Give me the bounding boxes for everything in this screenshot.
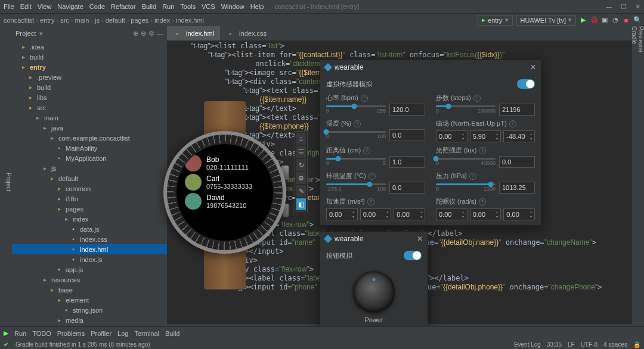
close-icon[interactable]: ✕ [635, 3, 640, 11]
tree-item[interactable]: ▪ data.js [12, 224, 167, 234]
tree-item[interactable]: ▸ libs [12, 92, 167, 102]
tree-item[interactable]: ▸ default [12, 173, 167, 183]
close-icon[interactable]: ✕ [530, 63, 536, 71]
left-gutter[interactable]: ProjectStructureOhosBuild VariantsFavori… [0, 26, 12, 336]
project-tree[interactable]: ▸ .idea ▸ build ▸ entry ▸ .preview ▸ bui… [12, 40, 167, 336]
sensor-value-input[interactable]: 0.00▴▾ [360, 208, 392, 220]
maximize-icon[interactable]: ☐ [621, 3, 627, 11]
sensor-value-input[interactable]: 1013.25 [499, 182, 535, 194]
sensor-value-input[interactable]: 21196 [499, 104, 535, 116]
tree-item[interactable]: ▸ element [12, 295, 167, 305]
watch-screen[interactable]: Bob020-11111111 Carl0755-33333333 David1… [177, 144, 273, 241]
menu-vcs[interactable]: VCS [202, 3, 215, 10]
sensor-value-input[interactable]: 120.0 [389, 104, 425, 116]
slider-track[interactable] [326, 105, 386, 107]
tree-item[interactable]: ▸ pages [12, 204, 167, 214]
help-icon[interactable]: ? [361, 95, 368, 102]
tree-item[interactable]: ▪ app.js [12, 264, 167, 275]
tab-index.css[interactable]: ▪index.css [220, 26, 273, 40]
tree-item[interactable]: ▪ string.json [12, 305, 167, 315]
help-icon[interactable]: ? [354, 120, 361, 127]
sensor-value-input[interactable]: 0.00▴▾ [436, 208, 467, 220]
sensor-value-input[interactable]: 0.00▴▾ [326, 208, 358, 220]
debug-icon[interactable]: 🐞 [590, 16, 597, 24]
sensor-value-input[interactable]: 0.00▴▾ [394, 208, 425, 220]
help-icon[interactable]: ? [509, 120, 516, 127]
simbar-btn-4[interactable]: ✎ [296, 185, 306, 197]
help-icon[interactable]: ? [369, 173, 376, 180]
menu-build[interactable]: Build [142, 3, 156, 10]
tree-item[interactable]: ▸ media [12, 315, 167, 325]
minimize-icon[interactable]: — [606, 3, 612, 11]
tree-item[interactable]: ▸ java [12, 123, 167, 133]
simulator-toolbar[interactable]: ≡☰↻⚙✎◧ [295, 131, 308, 212]
menu-window[interactable]: Window [221, 3, 244, 10]
status-item[interactable]: UTF-8 [581, 341, 597, 348]
slider-track[interactable] [326, 158, 386, 160]
tree-item[interactable]: ▸ build [12, 52, 167, 62]
bottom-tab-run[interactable]: Run [14, 330, 26, 337]
gutter-project[interactable]: Project [5, 29, 12, 336]
status-item[interactable]: 33:35 [547, 341, 562, 348]
sensor-sim-toggle[interactable] [517, 79, 535, 89]
tree-item[interactable]: ▸ js [12, 163, 167, 173]
menu-code[interactable]: Code [89, 3, 105, 10]
coverage-icon[interactable]: ▣ [601, 16, 608, 24]
tree-item[interactable]: ▸ .preview [12, 72, 167, 82]
run-icon[interactable]: ▶ [580, 16, 587, 24]
tree-item[interactable]: ▸ index [12, 214, 167, 224]
status-item[interactable]: 4 spaces [603, 341, 627, 348]
sensor-value-input[interactable]: -48.40▴▾ [503, 130, 535, 142]
power-knob[interactable] [353, 271, 395, 313]
button-sim-toggle[interactable] [404, 251, 422, 260]
bottom-tab-profiler[interactable]: Profiler [91, 330, 112, 337]
profile-icon[interactable]: ◔ [612, 16, 619, 24]
tree-item[interactable]: ▸ .idea [12, 42, 167, 52]
sensor-value-input[interactable]: 1.0 [389, 156, 425, 168]
slider-track[interactable] [326, 131, 386, 133]
collapse-icon[interactable]: ⊖ [141, 30, 146, 38]
status-item[interactable]: Event Log [514, 341, 541, 348]
tree-item[interactable]: ▪ MainAbility [12, 143, 167, 153]
menu-view[interactable]: View [38, 3, 52, 10]
slider-track[interactable] [436, 183, 496, 185]
tree-item[interactable]: ▪ index.css [12, 234, 167, 244]
hide-icon[interactable]: — [157, 30, 163, 38]
slider-track[interactable] [326, 183, 386, 185]
sensor-value-input[interactable]: 0.0 [499, 156, 535, 168]
simbar-btn-3[interactable]: ⚙ [296, 172, 306, 184]
simbar-btn-0[interactable]: ≡ [296, 133, 306, 145]
tree-item[interactable]: ▸ common [12, 183, 167, 194]
tree-item[interactable]: ▸ base [12, 285, 167, 295]
gear-icon[interactable]: ⚙ [148, 30, 154, 38]
tree-item[interactable]: ▸ i18n [12, 194, 167, 204]
bottom-tab-todo[interactable]: TODO [32, 330, 51, 337]
contact-item[interactable]: David19876543210 [177, 192, 273, 211]
close-icon[interactable]: ✕ [417, 235, 423, 243]
tree-item[interactable]: ▸ src [12, 102, 167, 113]
gutter-previewer[interactable]: Previewer [637, 26, 644, 336]
menu-refactor[interactable]: Refactor [111, 3, 136, 10]
help-icon[interactable]: ? [469, 173, 476, 180]
expand-icon[interactable]: ⊕ [133, 30, 138, 38]
tree-item[interactable]: ▪ index.hml [12, 244, 167, 254]
menu-help[interactable]: Help [250, 3, 264, 10]
menu-run[interactable]: Run [162, 3, 174, 10]
help-icon[interactable]: ? [473, 95, 481, 102]
search-icon[interactable]: 🔍 [633, 16, 640, 24]
bottom-tool-tabs[interactable]: ▶RunTODOProblemsProfilerLogTerminalBuild [0, 326, 644, 339]
device-selector[interactable]: HUAWEI Tv [tv] ▾ [516, 15, 576, 26]
slider-track[interactable] [436, 105, 496, 107]
help-icon[interactable]: ? [367, 198, 374, 205]
help-icon[interactable]: ? [479, 147, 486, 154]
tree-item[interactable]: ▸ entry [12, 62, 167, 72]
simbar-btn-1[interactable]: ☰ [296, 146, 306, 158]
bottom-tab-build[interactable]: Build [165, 330, 179, 337]
run-config-selector[interactable]: ▸ entry ▾ [478, 15, 512, 26]
right-gutter[interactable]: PreviewerGradle [632, 26, 644, 336]
menu-file[interactable]: File [4, 3, 14, 10]
contact-item[interactable]: Carl0755-33333333 [177, 173, 273, 192]
simbar-btn-5[interactable]: ◧ [296, 198, 306, 210]
simbar-btn-2[interactable]: ↻ [296, 159, 306, 171]
menu-tools[interactable]: Tools [180, 3, 196, 10]
